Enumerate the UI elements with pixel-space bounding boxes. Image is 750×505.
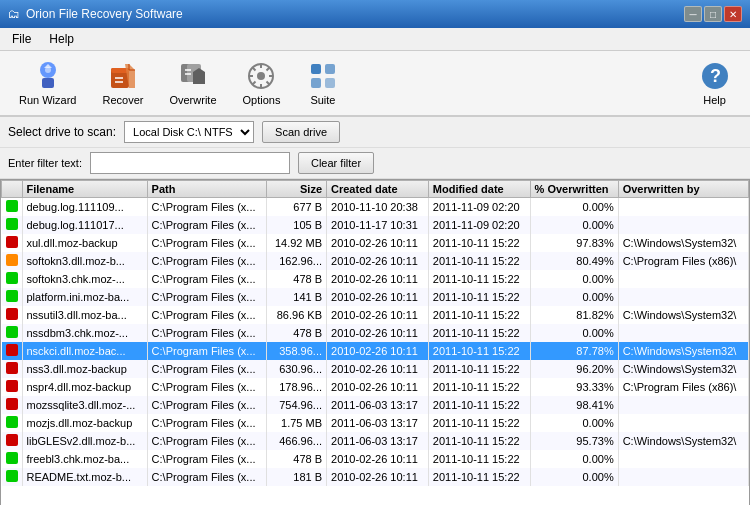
modified-cell: 2011-10-11 15:22 [428,468,530,486]
clear-filter-button[interactable]: Clear filter [298,152,374,174]
table-row[interactable]: libGLESv2.dll.moz-b... C:\Program Files … [2,432,749,450]
scan-drive-button[interactable]: Scan drive [262,121,340,143]
col-status[interactable] [2,181,23,198]
table-row[interactable]: debug.log.111109... C:\Program Files (x.… [2,198,749,216]
created-cell: 2011-06-03 13:17 [327,396,429,414]
filename-cell: mozjs.dll.moz-backup [22,414,147,432]
col-modified[interactable]: Modified date [428,181,530,198]
status-dot [6,200,18,212]
recover-label: Recover [102,94,143,106]
created-cell: 2010-02-26 10:11 [327,288,429,306]
table-row[interactable]: nsckci.dll.moz-bac... C:\Program Files (… [2,342,749,360]
overwrite-button[interactable]: Overwrite [158,55,227,111]
svg-text:?: ? [710,66,721,86]
modified-cell: 2011-11-09 02:20 [428,198,530,216]
table-row[interactable]: softokn3.dll.moz-b... C:\Program Files (… [2,252,749,270]
menu-bar: File Help [0,28,750,51]
size-cell: 478 B [267,270,327,288]
close-button[interactable]: ✕ [724,6,742,22]
overwritten-by-cell: C:\Program Files (x86)\ [618,252,748,270]
run-wizard-button[interactable]: Run Wizard [8,55,87,111]
pct-cell: 97.83% [530,234,618,252]
overwritten-by-cell [618,270,748,288]
size-cell: 178.96... [267,378,327,396]
table-row[interactable]: nspr4.dll.moz-backup C:\Program Files (x… [2,378,749,396]
filter-row: Enter filter text: Clear filter [0,148,750,179]
maximize-button[interactable]: □ [704,6,722,22]
status-dot-cell [2,396,23,414]
col-pct[interactable]: % Overwritten [530,181,618,198]
pct-cell: 87.78% [530,342,618,360]
table-row[interactable]: mozssqlite3.dll.moz-... C:\Program Files… [2,396,749,414]
status-dot [6,434,18,446]
size-cell: 181 B [267,468,327,486]
status-dot-cell [2,252,23,270]
minimize-button[interactable]: ─ [684,6,702,22]
modified-cell: 2011-10-11 15:22 [428,270,530,288]
table-row[interactable]: nssdbm3.chk.moz-... C:\Program Files (x.… [2,324,749,342]
options-icon [245,60,277,92]
modified-cell: 2011-10-11 15:22 [428,450,530,468]
table-row[interactable]: debug.log.111017... C:\Program Files (x.… [2,216,749,234]
modified-cell: 2011-10-11 15:22 [428,378,530,396]
created-cell: 2010-02-26 10:11 [327,324,429,342]
overwritten-by-cell [618,324,748,342]
modified-cell: 2011-10-11 15:22 [428,306,530,324]
created-cell: 2011-06-03 13:17 [327,432,429,450]
created-cell: 2010-02-26 10:11 [327,468,429,486]
table-row[interactable]: platform.ini.moz-ba... C:\Program Files … [2,288,749,306]
modified-cell: 2011-10-11 15:22 [428,360,530,378]
table-row[interactable]: softokn3.chk.moz-... C:\Program Files (x… [2,270,749,288]
menu-file[interactable]: File [4,30,39,48]
col-overwritten-by[interactable]: Overwritten by [618,181,748,198]
filename-cell: nspr4.dll.moz-backup [22,378,147,396]
path-cell: C:\Program Files (x... [147,198,267,216]
size-cell: 677 B [267,198,327,216]
path-cell: C:\Program Files (x... [147,450,267,468]
filter-input[interactable] [90,152,290,174]
path-cell: C:\Program Files (x... [147,288,267,306]
status-dot-cell [2,450,23,468]
filename-cell: softokn3.chk.moz-... [22,270,147,288]
overwritten-by-cell [618,468,748,486]
status-dot [6,362,18,374]
col-created[interactable]: Created date [327,181,429,198]
filename-cell: debug.log.111109... [22,198,147,216]
run-wizard-label: Run Wizard [19,94,76,106]
table-row[interactable]: nss3.dll.moz-backup C:\Program Files (x.… [2,360,749,378]
svg-rect-1 [42,78,54,88]
drive-select[interactable]: Local Disk C:\ NTFS [124,121,254,143]
col-path[interactable]: Path [147,181,267,198]
options-button[interactable]: Options [232,55,292,111]
recover-button[interactable]: Recover [91,55,154,111]
size-cell: 105 B [267,216,327,234]
table-row[interactable]: xul.dll.moz-backup C:\Program Files (x..… [2,234,749,252]
filename-cell: nssutil3.dll.moz-ba... [22,306,147,324]
filename-cell: softokn3.dll.moz-b... [22,252,147,270]
overwritten-by-cell: C:\Windows\System32\ [618,234,748,252]
col-size[interactable]: Size [267,181,327,198]
files-table-container[interactable]: Filename Path Size Created date Modified… [0,179,750,505]
modified-cell: 2011-10-11 15:22 [428,252,530,270]
menu-help[interactable]: Help [41,30,82,48]
table-row[interactable]: freebl3.chk.moz-ba... C:\Program Files (… [2,450,749,468]
col-filename[interactable]: Filename [22,181,147,198]
table-row[interactable]: README.txt.moz-b... C:\Program Files (x.… [2,468,749,486]
status-dot-cell [2,198,23,216]
help-label: Help [703,94,726,106]
status-dot-cell [2,306,23,324]
created-cell: 2010-02-26 10:11 [327,450,429,468]
path-cell: C:\Program Files (x... [147,216,267,234]
help-icon: ? [699,60,731,92]
filename-cell: nsckci.dll.moz-bac... [22,342,147,360]
status-dot [6,344,18,356]
path-cell: C:\Program Files (x... [147,360,267,378]
overwritten-by-cell [618,198,748,216]
help-button[interactable]: ? Help [687,55,742,111]
table-row[interactable]: mozjs.dll.moz-backup C:\Program Files (x… [2,414,749,432]
table-row[interactable]: nssutil3.dll.moz-ba... C:\Program Files … [2,306,749,324]
size-cell: 141 B [267,288,327,306]
suite-button[interactable]: Suite [295,55,350,111]
modified-cell: 2011-10-11 15:22 [428,324,530,342]
filter-label: Enter filter text: [8,157,82,169]
